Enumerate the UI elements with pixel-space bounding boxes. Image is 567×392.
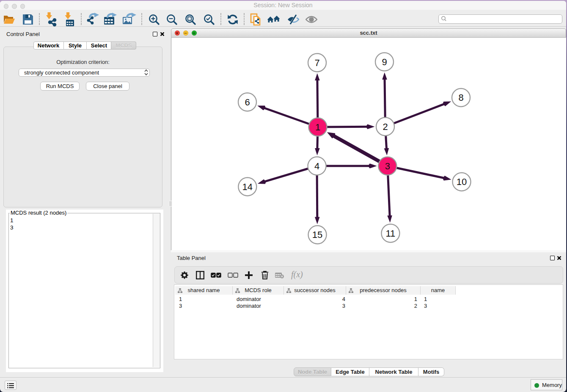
svg-text:6: 6 [245, 97, 250, 108]
svg-text:8: 8 [458, 92, 463, 103]
svg-text:15: 15 [312, 229, 322, 240]
svg-text:3: 3 [385, 161, 390, 171]
svg-text:4: 4 [314, 161, 319, 171]
svg-text:10: 10 [457, 177, 467, 187]
svg-text:14: 14 [242, 182, 253, 192]
svg-text:7: 7 [314, 58, 319, 68]
svg-text:1: 1 [315, 122, 320, 133]
svg-text:2: 2 [383, 121, 388, 132]
svg-text:11: 11 [385, 228, 395, 239]
svg-text:9: 9 [382, 57, 387, 67]
